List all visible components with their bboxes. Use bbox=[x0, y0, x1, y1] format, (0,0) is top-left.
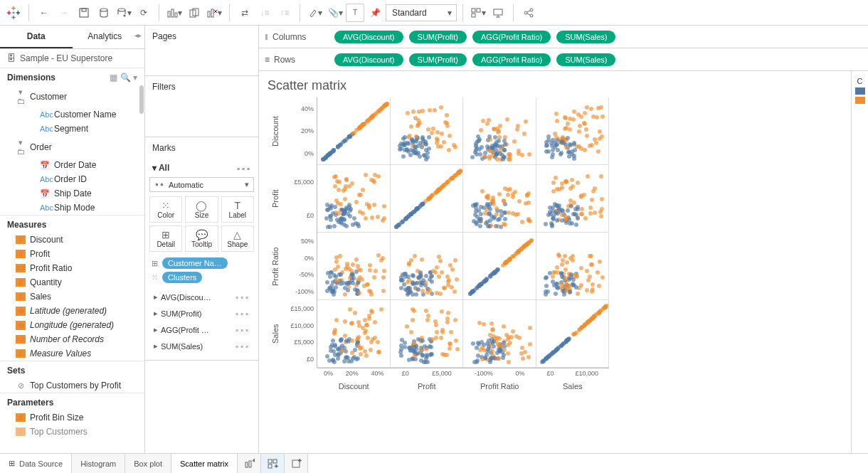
datasource-row[interactable]: 🗄 Sample - EU Superstore bbox=[0, 49, 144, 68]
marks-agg-profit-ratio[interactable]: ▸AGG(Profit …∘∘∘ bbox=[149, 321, 254, 338]
col-pill-discount[interactable]: AVG(Discount) bbox=[334, 31, 403, 43]
new-story-tab[interactable]: + bbox=[285, 454, 308, 473]
field-scrollbar[interactable] bbox=[139, 85, 144, 114]
filters-shelf[interactable]: Filters bbox=[145, 76, 258, 97]
param-top-customers[interactable]: #Top Customers bbox=[0, 425, 144, 439]
meas-profit[interactable]: #Profit bbox=[0, 247, 144, 261]
new-worksheet-tab[interactable]: + bbox=[238, 454, 261, 473]
cell-2-1[interactable] bbox=[391, 233, 464, 300]
forward-button[interactable]: → bbox=[55, 4, 73, 22]
dim-segment[interactable]: AbcSegment bbox=[0, 122, 144, 136]
sheet-tab-box-plot[interactable]: Box plot bbox=[125, 454, 171, 473]
dim-customer-name[interactable]: AbcCustomer Name bbox=[0, 107, 144, 122]
legend-swatch-blue[interactable] bbox=[855, 87, 865, 95]
presentation-mode-button[interactable] bbox=[489, 4, 507, 22]
swap-button[interactable]: ⇄ bbox=[235, 4, 254, 22]
pill-clusters[interactable]: Clusters bbox=[162, 272, 202, 283]
marks-sum-sales[interactable]: ▸SUM(Sales)∘∘∘ bbox=[149, 338, 254, 354]
mark-size[interactable]: ◯Size bbox=[185, 196, 218, 223]
cell-2-3[interactable] bbox=[536, 233, 610, 300]
meas-latitude[interactable]: ⊕Latitude (generated) bbox=[0, 304, 144, 318]
dimensions-tools[interactable]: ▦ 🔍 ▾ bbox=[110, 73, 137, 83]
text-table-button[interactable]: T bbox=[346, 4, 364, 22]
cell-1-1[interactable] bbox=[391, 165, 464, 233]
pages-shelf[interactable]: Pages bbox=[145, 26, 258, 47]
sort-asc-button[interactable]: ↓≡ bbox=[255, 4, 274, 22]
dim-ship-mode[interactable]: AbcShip Mode bbox=[0, 201, 144, 215]
data-source-tab[interactable]: ⊞Data Source bbox=[0, 454, 72, 473]
cell-3-1[interactable] bbox=[391, 300, 464, 368]
viz-area[interactable]: Scatter matrix Discount40%20%0%Profit£5,… bbox=[259, 71, 851, 453]
save-button[interactable] bbox=[75, 4, 93, 22]
cell-2-2[interactable] bbox=[463, 233, 536, 300]
dim-folder-customer[interactable]: ▾ 🗀Customer bbox=[0, 85, 144, 107]
pill-customer-name[interactable]: Customer Na… bbox=[162, 257, 228, 269]
sort-desc-button[interactable]: ↑≡ bbox=[275, 4, 294, 22]
meas-num-records[interactable]: =#Number of Records bbox=[0, 332, 144, 346]
refresh-button[interactable]: ⟳ bbox=[134, 4, 153, 22]
marks-all-toggle[interactable]: ▾ All∘∘∘ bbox=[149, 159, 254, 177]
cell-0-3[interactable] bbox=[536, 97, 610, 165]
dim-ship-date[interactable]: 📅Ship Date bbox=[0, 186, 144, 201]
mark-detail[interactable]: ⊞Detail bbox=[149, 225, 182, 252]
row-pill-profit[interactable]: SUM(Profit) bbox=[409, 53, 467, 66]
group-button[interactable]: 📎▾ bbox=[326, 4, 344, 22]
legend-panel[interactable]: C bbox=[851, 71, 868, 453]
new-worksheet-button[interactable]: ▾ bbox=[165, 4, 184, 22]
clear-sheet-button[interactable]: ▾ bbox=[205, 4, 223, 22]
meas-sales[interactable]: #Sales bbox=[0, 289, 144, 304]
cell-0-0[interactable] bbox=[317, 97, 391, 165]
viz-title[interactable]: Scatter matrix bbox=[268, 78, 842, 93]
new-data-source-button[interactable] bbox=[95, 4, 113, 22]
meas-measure-values[interactable]: #Measure Values bbox=[0, 346, 144, 361]
new-dashboard-tab[interactable]: + bbox=[261, 454, 285, 473]
duplicate-sheet-button[interactable] bbox=[185, 4, 203, 22]
row-pill-profit-ratio[interactable]: AGG(Profit Ratio) bbox=[472, 53, 551, 66]
analytics-tab[interactable]: Analytics◂▸ bbox=[73, 26, 145, 48]
row-pill-discount[interactable]: AVG(Discount) bbox=[334, 53, 403, 66]
columns-shelf[interactable]: ⦀Columns AVG(Discount) SUM(Profit) AGG(P… bbox=[259, 26, 868, 48]
col-pill-profit[interactable]: SUM(Profit) bbox=[409, 31, 467, 43]
cell-3-2[interactable] bbox=[463, 300, 536, 368]
fields-scroll[interactable]: ▾ 🗀Customer AbcCustomer Name AbcSegment … bbox=[0, 85, 144, 453]
col-pill-profit-ratio[interactable]: AGG(Profit Ratio) bbox=[472, 31, 551, 43]
sheet-tab-scatter-matrix[interactable]: Scatter matrix bbox=[171, 454, 238, 473]
meas-discount[interactable]: #Discount bbox=[0, 233, 144, 247]
meas-quantity[interactable]: #Quantity bbox=[0, 275, 144, 289]
cell-1-2[interactable] bbox=[463, 165, 536, 233]
highlight-button[interactable]: ▾ bbox=[306, 4, 324, 22]
rows-shelf[interactable]: ≡Rows AVG(Discount) SUM(Profit) AGG(Prof… bbox=[259, 48, 868, 71]
marks-sum-profit[interactable]: ▸SUM(Profit)∘∘∘ bbox=[149, 305, 254, 321]
meas-profit-ratio[interactable]: =#Profit Ratio bbox=[0, 261, 144, 275]
mark-type-select[interactable]: ∘∘Automatic bbox=[149, 177, 254, 192]
sheet-tab-histogram[interactable]: Histogram bbox=[72, 454, 125, 473]
param-profit-bin-size[interactable]: #Profit Bin Size bbox=[0, 410, 144, 425]
cell-3-3[interactable] bbox=[536, 300, 610, 368]
dim-order-date[interactable]: 📅Order Date bbox=[0, 158, 144, 172]
cell-1-3[interactable] bbox=[536, 165, 610, 233]
cell-1-0[interactable] bbox=[317, 165, 391, 233]
dim-order-id[interactable]: AbcOrder ID bbox=[0, 172, 144, 186]
data-tab[interactable]: Data bbox=[0, 26, 73, 48]
back-button[interactable]: ← bbox=[35, 4, 53, 22]
show-me-cards-button[interactable]: ▾ bbox=[469, 4, 487, 22]
col-pill-sales[interactable]: SUM(Sales) bbox=[556, 31, 615, 43]
pause-auto-updates-button[interactable]: ▾ bbox=[115, 4, 133, 22]
mark-color[interactable]: ⁙Color bbox=[149, 196, 182, 223]
row-pill-sales[interactable]: SUM(Sales) bbox=[556, 53, 615, 66]
marks-avg-discount[interactable]: ▸AVG(Discou…∘∘∘ bbox=[149, 289, 254, 305]
cell-0-1[interactable] bbox=[391, 97, 464, 165]
meas-longitude[interactable]: ⊕Longitude (generated) bbox=[0, 318, 144, 332]
share-button[interactable] bbox=[519, 4, 538, 22]
mark-tooltip[interactable]: 💬Tooltip bbox=[185, 225, 218, 252]
legend-swatch-orange[interactable] bbox=[855, 97, 865, 104]
cell-0-2[interactable] bbox=[463, 97, 536, 165]
mark-shape[interactable]: △Shape bbox=[221, 225, 254, 252]
dim-folder-order[interactable]: ▾ 🗀Order bbox=[0, 136, 144, 158]
cell-3-0[interactable] bbox=[317, 300, 391, 368]
set-top-customers[interactable]: ⊘Top Customers by Profit bbox=[0, 378, 144, 393]
cell-2-0[interactable] bbox=[317, 233, 391, 300]
mark-label[interactable]: TLabel bbox=[221, 196, 254, 223]
fit-select[interactable]: Standard bbox=[386, 4, 457, 21]
pin-button[interactable]: 📌 bbox=[366, 4, 384, 22]
